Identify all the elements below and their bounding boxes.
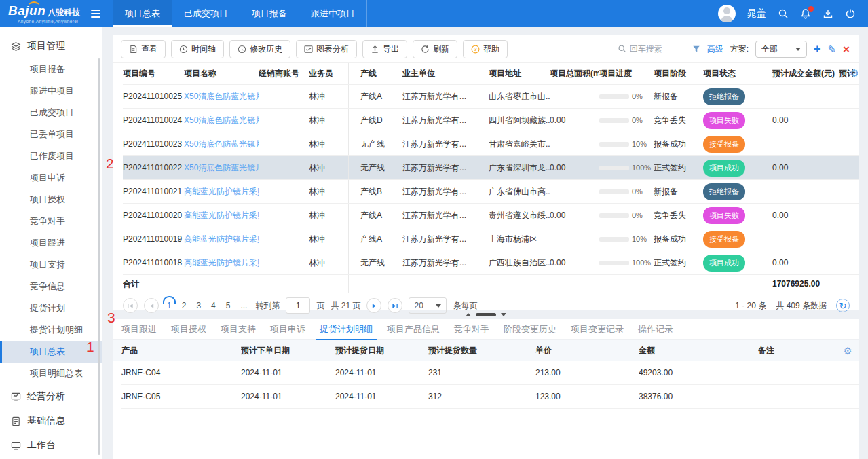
project-name-link[interactable]: X50清底色防蓝光镜片... [184,163,259,172]
status-badge[interactable]: 项目成功 [703,160,745,177]
sidebar-item-提货计划明细[interactable]: 提货计划明细 [0,319,102,341]
add-scheme-button[interactable]: + [814,43,821,55]
delete-scheme-button[interactable]: × [843,43,850,55]
user-avatar[interactable] [718,5,736,22]
pager-page-2[interactable]: 2 [180,301,189,310]
sidebar-item-已丢单项目[interactable]: 已丢单项目 [0,124,102,145]
user-name[interactable]: 晁盖 [747,7,766,20]
top-tab-3[interactable]: 项目报备 [240,0,299,27]
sidebar-group-工作台[interactable]: 工作台 [0,433,102,458]
detail-tab-提货计划明细[interactable]: 提货计划明细 [320,319,373,340]
sidebar-item-已成交项目[interactable]: 已成交项目 [0,102,102,124]
column-header-11[interactable]: 项目状态 [703,68,763,79]
status-badge[interactable]: 项目成功 [703,255,745,272]
collapse-down-icon[interactable] [501,313,506,316]
detail-row[interactable]: JRNE-C052024-11-012024-11-01312123.00383… [121,385,859,409]
toolbar-button-图表分析[interactable]: 图表分析 [296,40,357,58]
edit-scheme-button[interactable]: ✎ [827,44,836,54]
table-row[interactable]: P202411010018高能蓝光防护镜片采购...林冲无产线江苏万新光学有..… [123,251,859,275]
pager-page-4[interactable]: 4 [209,301,218,310]
sidebar-group-基础信息[interactable]: 基础信息 [0,409,102,433]
column-header-1[interactable]: 项目编号 [123,68,184,79]
toolbar-button-修改历史[interactable]: 修改历史 [229,40,290,58]
status-badge[interactable]: 项目失败 [703,207,745,224]
detail-tab-竞争对手[interactable]: 竞争对手 [454,319,489,340]
detail-column-header-6[interactable]: 金额 [639,345,758,356]
sidebar-item-竞争对手[interactable]: 竞争对手 [0,210,102,232]
table-row[interactable]: P202411010020高能蓝光防护镜片采购...林冲产线A江苏万新光学有..… [123,204,859,227]
column-header-2[interactable]: 项目名称 [184,68,259,79]
toolbar-button-导出[interactable]: 导出 [362,40,407,58]
table-row[interactable]: P202411010019高能蓝光防护镜片采购...林冲产线A江苏万新光学有..… [123,227,859,251]
project-name-link[interactable]: X50清底色防蓝光镜片... [184,115,259,125]
sidebar-group-项目管理[interactable]: 项目管理 [0,34,102,58]
pager-page-...[interactable]: ... [238,301,249,310]
sidebar-item-项目授权[interactable]: 项目授权 [0,189,102,210]
sidebar-item-竞争信息[interactable]: 竞争信息 [0,276,102,297]
filter-funnel-icon[interactable] [692,45,700,53]
detail-tab-阶段变更历史[interactable]: 阶段变更历史 [504,319,556,340]
panel-splitter-handle[interactable] [466,313,506,316]
detail-tab-项目支持[interactable]: 项目支持 [221,319,256,340]
advanced-filter-link[interactable]: 高级 [707,43,723,55]
toolbar-button-时间轴[interactable]: 时间轴 [171,40,224,58]
toolbar-button-刷新[interactable]: 刷新 [413,40,457,58]
sidebar-item-项目申诉[interactable]: 项目申诉 [0,167,102,189]
global-search-icon[interactable] [778,8,789,19]
pager-page-5[interactable]: 5 [224,301,233,310]
project-name-link[interactable]: 高能蓝光防护镜片采购... [184,187,259,196]
table-row[interactable]: P202411010025X50清底色防蓝光镜片...林冲产线A江苏万新光学有.… [123,85,859,109]
table-row[interactable]: P202411010023X50清底色防蓝光镜片...林冲无产线江苏万新光学有.… [123,132,859,156]
collapse-up-icon[interactable] [466,313,471,316]
pager-page-1[interactable]: 1 [165,301,174,310]
column-header-8[interactable]: 项目总面积(m²) [550,68,599,79]
detail-column-header-4[interactable]: 预计提货数量 [428,345,535,356]
detail-column-settings-gear-icon[interactable]: ⚙ [844,346,852,356]
project-name-link[interactable]: X50清底色防蓝光镜片... [184,92,259,101]
pager-page-3[interactable]: 3 [194,301,203,310]
download-icon[interactable] [823,8,833,19]
detail-column-header-2[interactable]: 预计下单日期 [241,345,335,356]
column-header-3[interactable]: 经销商账号 [259,68,309,79]
table-row[interactable]: P202411010022X50清底色防蓝光镜片...林冲无产线江苏万新光学有.… [123,156,859,180]
project-name-link[interactable]: 高能蓝光防护镜片采购... [184,210,259,220]
sidebar-item-项目支持[interactable]: 项目支持 [0,254,102,276]
splitter-bar[interactable] [476,313,496,316]
status-badge[interactable]: 项目失败 [703,112,745,129]
scheme-select[interactable]: 全部 [755,41,807,58]
search-input[interactable] [630,44,684,54]
sidebar-item-项目明细总表[interactable]: 项目明细总表 [0,363,102,384]
project-name-link[interactable]: 高能蓝光防护镜片采购... [184,258,259,268]
column-header-4[interactable]: 业务员 [309,68,348,79]
detail-tab-项目产品信息[interactable]: 项目产品信息 [387,319,440,340]
sidebar-scrollbar[interactable] [98,58,100,455]
toolbar-button-查看[interactable]: 查看 [121,40,166,58]
power-logout-icon[interactable] [845,8,856,19]
detail-tab-项目跟进[interactable]: 项目跟进 [121,319,157,340]
column-header-12[interactable]: 预计成交金额(元) [763,68,839,79]
sidebar-item-跟进中项目[interactable]: 跟进中项目 [0,80,102,102]
top-tab-2[interactable]: 已成交项目 [172,0,240,27]
column-header-9[interactable]: 项目进度 [599,68,654,79]
sidebar-item-项目跟进[interactable]: 项目跟进 [0,232,102,254]
status-badge[interactable]: 拒绝报备 [703,88,745,105]
project-name-link[interactable]: X50清底色防蓝光镜片... [184,139,259,149]
toolbar-button-帮助[interactable]: ?帮助 [463,40,508,58]
column-header-7[interactable]: 项目地址 [489,68,550,79]
column-header-6[interactable]: 业主单位 [402,68,489,79]
column-settings-gear-icon[interactable]: ⚙ [850,68,859,78]
detail-column-header-3[interactable]: 预计提货日期 [335,345,428,356]
column-header-10[interactable]: 项目阶段 [654,68,703,79]
detail-tab-项目授权[interactable]: 项目授权 [171,319,206,340]
top-tab-4[interactable]: 跟进中项目 [299,0,367,27]
table-row[interactable]: P202411010021高能蓝光防护镜片采购...林冲产线B江苏万新光学有..… [123,180,859,204]
sidebar-group-经营分析[interactable]: 经营分析 [0,384,102,409]
status-badge[interactable]: 拒绝报备 [703,183,745,200]
status-badge[interactable]: 接受报备 [703,136,745,153]
notifications-bell-icon[interactable] [800,8,811,19]
detail-column-header-5[interactable]: 单价 [535,345,639,356]
top-tab-1[interactable]: 项目总表 [113,0,172,27]
detail-tab-项目申诉[interactable]: 项目申诉 [270,319,305,340]
detail-row[interactable]: JRNE-C042024-11-012024-11-01231213.00492… [121,361,859,385]
project-name-link[interactable]: 高能蓝光防护镜片采购... [184,234,259,244]
